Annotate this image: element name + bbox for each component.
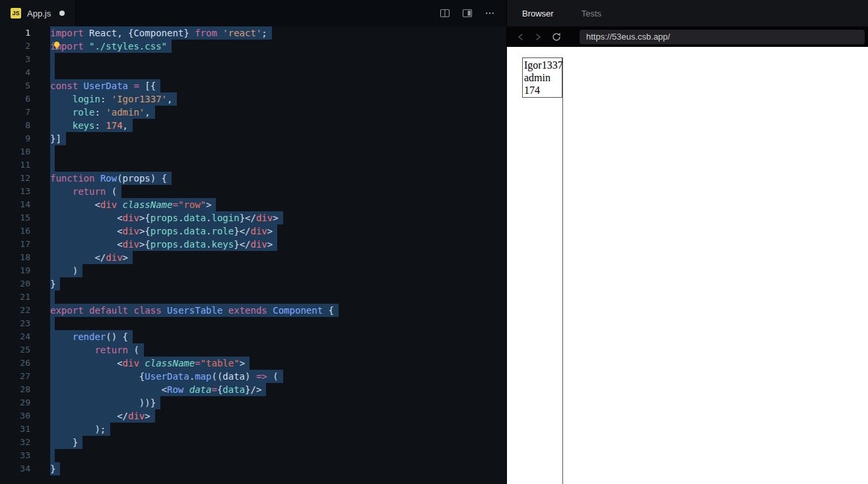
forward-button[interactable] — [532, 31, 544, 43]
line-number: 22 — [0, 304, 30, 317]
code-line[interactable]: 29 ))} — [0, 396, 506, 409]
line-number: 17 — [0, 238, 30, 251]
line-number: 11 — [0, 158, 30, 172]
line-number: 26 — [0, 357, 30, 370]
line-number: 4 — [0, 66, 30, 79]
line-number: 5 — [0, 79, 30, 92]
line-number: 1 — [0, 26, 30, 40]
code-line[interactable]: 23 — [0, 317, 506, 330]
tab-tests[interactable]: Tests — [582, 9, 601, 18]
line-number: 34 — [0, 462, 30, 475]
code-line[interactable]: 26 <div className="table"> — [0, 357, 506, 370]
line-number: 9 — [0, 132, 30, 145]
line-number: 6 — [0, 92, 30, 106]
code-action-lightbulb-icon[interactable] — [52, 41, 61, 50]
code-editor: JS App.js 1import React, {Component} fro… — [0, 0, 506, 484]
preview-login-cell: Igor1337 — [524, 59, 560, 71]
line-number: 31 — [0, 423, 30, 436]
line-number: 12 — [0, 172, 30, 185]
preview-keys-cell: 174 — [524, 84, 560, 96]
code-line[interactable]: 33 — [0, 449, 506, 462]
line-number: 10 — [0, 145, 30, 158]
line-number: 33 — [0, 449, 30, 462]
code-line[interactable]: 5const UserData = [{ — [0, 79, 506, 92]
code-line[interactable]: 28 <Row data={data}/> — [0, 383, 506, 396]
code-line[interactable]: 8 keys: 174, — [0, 119, 506, 132]
more-actions-button[interactable] — [484, 7, 496, 19]
line-number: 13 — [0, 185, 30, 198]
code-line[interactable]: 16 <div>{props.data.role}</div> — [0, 225, 506, 238]
code-line[interactable]: 6 login: 'Igor1337', — [0, 92, 506, 106]
line-number: 2 — [0, 40, 30, 53]
line-number: 21 — [0, 291, 30, 304]
refresh-button[interactable] — [551, 31, 562, 43]
preview-row: Igor1337 admin 174 — [522, 57, 562, 98]
preview-role-cell: admin — [524, 71, 560, 84]
refresh-icon — [551, 32, 562, 42]
line-number: 8 — [0, 119, 30, 132]
code-line[interactable]: 12function Row(props) { — [0, 172, 506, 185]
line-number: 3 — [0, 53, 30, 66]
line-number: 20 — [0, 277, 30, 291]
code-line[interactable]: 13 return ( — [0, 185, 506, 198]
preview-panel: Browser Tests Igor1337 admin 174 — [506, 0, 868, 484]
line-number: 14 — [0, 198, 30, 211]
preview-table: Igor1337 admin 174 — [522, 57, 563, 484]
code-line[interactable]: 20} — [0, 277, 506, 291]
line-number: 16 — [0, 225, 30, 238]
line-number: 29 — [0, 396, 30, 409]
open-preview-button[interactable] — [461, 7, 473, 19]
code-line[interactable]: 4 — [0, 66, 506, 79]
code-line[interactable]: 25 return ( — [0, 343, 506, 357]
browser-preview: Igor1337 admin 174 — [507, 47, 868, 484]
tab-label: App.js — [27, 9, 51, 18]
code-line[interactable]: 17 <div>{props.data.keys}</div> — [0, 238, 506, 251]
javascript-file-icon: JS — [11, 8, 21, 18]
browser-navigation-bar — [507, 26, 868, 47]
tab-browser[interactable]: Browser — [522, 9, 554, 18]
code-line[interactable]: 15 <div>{props.data.login}</div> — [0, 211, 506, 225]
line-number: 24 — [0, 330, 30, 343]
line-number: 27 — [0, 370, 30, 383]
line-number: 7 — [0, 106, 30, 119]
line-number: 25 — [0, 343, 30, 357]
panel-tab-bar: Browser Tests — [507, 0, 868, 26]
line-number: 23 — [0, 317, 30, 330]
line-number: 19 — [0, 264, 30, 277]
ellipsis-icon — [484, 8, 495, 18]
code-line[interactable]: 22export default class UsersTable extend… — [0, 304, 506, 317]
code-line[interactable]: 9}] — [0, 132, 506, 145]
code-line[interactable]: 14 <div className="row"> — [0, 198, 506, 211]
url-input[interactable] — [580, 30, 865, 44]
back-icon — [516, 32, 526, 42]
code-line[interactable]: 19 ) — [0, 264, 506, 277]
back-button[interactable] — [515, 31, 527, 43]
code-line[interactable]: 11 — [0, 158, 506, 172]
code-line[interactable]: 24 render() { — [0, 330, 506, 343]
forward-icon — [533, 32, 543, 42]
code-line[interactable]: 10 — [0, 145, 506, 158]
line-number: 18 — [0, 251, 30, 264]
code-line[interactable]: 27 {UserData.map((data) => ( — [0, 370, 506, 383]
code-line[interactable]: 2import "./styles.css" — [0, 40, 506, 53]
code-line[interactable]: 30 </div> — [0, 409, 506, 423]
code-line[interactable]: 3 — [0, 53, 506, 66]
code-lines[interactable]: 1import React, {Component} from 'react';… — [0, 26, 506, 475]
split-editor-button[interactable] — [439, 7, 451, 19]
code-line[interactable]: 21 — [0, 291, 506, 304]
tab-appjs[interactable]: JS App.js — [0, 0, 76, 26]
unsaved-changes-dot-icon — [59, 11, 65, 16]
code-line[interactable]: 18 </div> — [0, 251, 506, 264]
line-number: 15 — [0, 211, 30, 225]
code-line[interactable]: 7 role: 'admin', — [0, 106, 506, 119]
code-line[interactable]: 34} — [0, 462, 506, 475]
split-editor-icon — [440, 8, 450, 18]
line-number: 32 — [0, 436, 30, 449]
editor-tab-bar: JS App.js — [0, 0, 506, 26]
open-preview-icon — [462, 8, 473, 18]
line-number: 28 — [0, 383, 30, 396]
code-line[interactable]: 1import React, {Component} from 'react'; — [0, 26, 506, 40]
code-line[interactable]: 31 ); — [0, 423, 506, 436]
code-line[interactable]: 32 } — [0, 436, 506, 449]
line-number: 30 — [0, 409, 30, 423]
